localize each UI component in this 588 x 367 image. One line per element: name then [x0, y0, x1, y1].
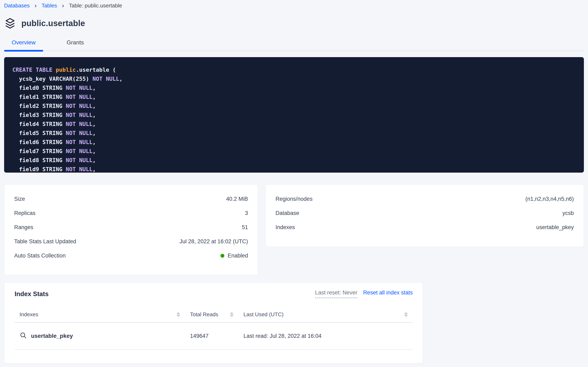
column-header-total-reads[interactable]: Total Reads: [185, 307, 239, 322]
stat-value: 40.2 MiB: [226, 196, 248, 202]
page-title: public.usertable: [21, 19, 85, 28]
table-details-page: Databases › Tables › Table: public.usert…: [0, 0, 588, 363]
stat-value: ycsb: [562, 210, 574, 216]
reset-index-stats-link[interactable]: Reset all index stats: [363, 290, 413, 296]
table-header-row: Indexes Total Reads: [15, 307, 413, 322]
column-label: Last Used (UTC): [243, 311, 283, 318]
stat-value: usertable_pkey: [536, 224, 574, 231]
page-header: public.usertable: [4, 17, 584, 29]
chevron-right-icon: ›: [62, 2, 64, 9]
breadcrumb-current: Table: public.usertable: [69, 2, 122, 9]
tab-overview[interactable]: Overview: [4, 39, 43, 46]
active-tab-indicator: [4, 50, 43, 51]
stat-row-ranges: Ranges 51: [4, 220, 258, 234]
sort-icon[interactable]: [230, 312, 234, 317]
last-reset-label[interactable]: Last reset: Never: [315, 290, 357, 298]
stat-row-replicas: Replicas 3: [4, 206, 258, 220]
stat-value: Jul 28, 2022 at 16:02 (UTC): [180, 238, 248, 245]
index-stats-card: Index Stats Last reset: Never Reset all …: [4, 282, 423, 363]
column-label: Indexes: [19, 311, 38, 318]
stat-label: Auto Stats Collection: [14, 252, 66, 259]
index-stats-title: Index Stats: [15, 290, 49, 298]
stack-icon: [4, 17, 16, 29]
tab-bar: Overview Grants: [4, 34, 584, 51]
stat-label: Replicas: [14, 210, 35, 216]
index-stats-actions: Last reset: Never Reset all index stats: [315, 290, 413, 298]
table-stats-card: Size 40.2 MiB Replicas 3 Ranges 51 Table…: [4, 184, 258, 275]
index-name-link[interactable]: usertable_pkey: [31, 333, 73, 339]
stat-value: Enabled: [220, 252, 248, 259]
column-header-last-used[interactable]: Last Used (UTC): [239, 307, 413, 322]
table-location-card: Regions/nodes (n1,n2,n3,n4,n5,n6) Databa…: [265, 184, 584, 247]
sort-icon[interactable]: [404, 312, 408, 317]
stat-value: (n1,n2,n3,n4,n5,n6): [525, 196, 574, 202]
index-stats-header: Index Stats Last reset: Never Reset all …: [15, 290, 413, 298]
stat-row-indexes: Indexes usertable_pkey: [266, 220, 584, 234]
stat-row-size: Size 40.2 MiB: [4, 192, 258, 206]
status-text: Enabled: [228, 252, 248, 259]
column-header-indexes[interactable]: Indexes: [15, 307, 185, 322]
details-cards: Size 40.2 MiB Replicas 3 Ranges 51 Table…: [4, 184, 584, 275]
stat-value: 3: [245, 210, 248, 216]
search-icon: [19, 332, 27, 341]
stat-value: 51: [242, 224, 248, 231]
enabled-status-dot: [220, 254, 224, 258]
last-used-cell: Last read: Jul 28, 2022 at 16:04: [239, 322, 413, 350]
stat-label: Indexes: [275, 224, 295, 231]
tab-grants[interactable]: Grants: [63, 39, 88, 46]
breadcrumb-tables[interactable]: Tables: [41, 2, 57, 9]
stat-label: Regions/nodes: [275, 196, 313, 202]
stat-label: Database: [275, 210, 299, 216]
create-statement-code-block: CREATE TABLE public.usertable ( ycsb_key…: [4, 57, 584, 173]
chevron-right-icon: ›: [34, 2, 37, 9]
stat-row-stats-updated: Table Stats Last Updated Jul 28, 2022 at…: [4, 234, 258, 249]
total-reads-cell: 149647: [185, 322, 239, 350]
column-label: Total Reads: [190, 311, 218, 318]
stat-row-database: Database ycsb: [266, 206, 584, 220]
index-name-cell: usertable_pkey: [15, 322, 185, 350]
stat-row-regions: Regions/nodes (n1,n2,n3,n4,n5,n6): [266, 192, 584, 206]
sort-icon[interactable]: [176, 312, 180, 317]
stat-label: Ranges: [14, 224, 33, 231]
table-row: usertable_pkey 149647 Last read: Jul 28,…: [15, 322, 413, 350]
index-stats-table: Indexes Total Reads: [15, 307, 413, 350]
stat-label: Size: [14, 196, 25, 202]
stat-row-auto-stats: Auto Stats Collection Enabled: [4, 249, 258, 263]
breadcrumb: Databases › Tables › Table: public.usert…: [4, 0, 584, 9]
stat-label: Table Stats Last Updated: [14, 238, 76, 245]
sql-code: CREATE TABLE public.usertable ( ycsb_key…: [12, 65, 584, 173]
breadcrumb-databases[interactable]: Databases: [4, 2, 30, 9]
